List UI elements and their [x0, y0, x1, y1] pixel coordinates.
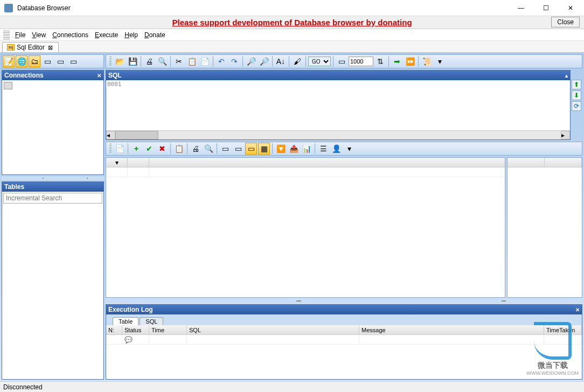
close-window-button[interactable]: ✕ [558, 0, 583, 16]
grid-header: ▾ [106, 158, 505, 167]
delete-row-icon[interactable]: ✖ [156, 143, 168, 155]
view-globe-icon[interactable]: 🌐 [16, 55, 27, 67]
col-status[interactable]: Status [122, 325, 149, 334]
apply-icon[interactable]: ✔ [143, 143, 155, 155]
print-icon[interactable]: 🖨 [143, 55, 155, 67]
execlog-tab-table[interactable]: Table [113, 317, 138, 325]
find-icon[interactable]: 🔎 [245, 55, 257, 67]
page-icon[interactable]: ▭ [336, 55, 347, 67]
col-timetaken[interactable]: TimeTaken [544, 325, 582, 334]
grid-row[interactable] [106, 167, 505, 177]
results-splitter[interactable] [106, 299, 582, 303]
execlog-close-icon[interactable]: ✕ [575, 307, 580, 313]
run-all-icon[interactable]: ⏩ [404, 55, 416, 67]
excel-icon[interactable]: 📊 [301, 143, 312, 155]
menubar: File View Connections Execute Help Donat… [0, 29, 584, 41]
view3-icon[interactable]: ▭ [245, 143, 257, 155]
grid-corner[interactable]: ▾ [106, 158, 128, 167]
sql-side-buttons: ⬆ ⬇ ⟳ [572, 70, 582, 140]
sql-h-scrollbar[interactable]: ◂▸ [106, 130, 570, 139]
side-grid[interactable] [507, 157, 582, 298]
view1-icon[interactable]: ▭ [219, 143, 231, 155]
history-down-icon[interactable]: ⬇ [572, 90, 581, 100]
sort-icon[interactable]: A↓ [275, 55, 287, 67]
sql-textarea[interactable] [106, 80, 570, 130]
tables-search-input[interactable] [3, 193, 102, 204]
tab-sql-editor[interactable]: sq Sql Editor ⊠ [2, 42, 59, 52]
toolbar-grip[interactable] [109, 57, 112, 66]
columns-icon[interactable]: ☰ [317, 143, 329, 155]
limit-input[interactable] [349, 57, 373, 66]
go-dropdown[interactable]: GO [308, 57, 331, 66]
donate-link[interactable]: Please support development of Database b… [172, 18, 412, 27]
undo-icon[interactable]: ↶ [215, 55, 227, 67]
menubar-grip[interactable] [3, 31, 10, 39]
col-message[interactable]: Message [359, 325, 544, 334]
tables-panel: Tables [2, 181, 104, 380]
connections-list[interactable] [2, 80, 103, 174]
print-results-icon[interactable]: 🖨 [190, 143, 201, 155]
view-sql-icon[interactable]: 📝 [3, 55, 15, 67]
minimize-button[interactable]: — [509, 0, 533, 16]
copy-icon[interactable]: 📋 [186, 55, 198, 67]
filter-icon[interactable]: 🔽 [275, 143, 287, 155]
menu-file[interactable]: File [12, 30, 29, 40]
tab-close-icon[interactable]: ⊠ [47, 44, 54, 51]
format-icon[interactable]: 🖌 [291, 55, 303, 67]
log-row[interactable]: 💬 [106, 335, 582, 345]
menu-view[interactable]: View [29, 30, 49, 40]
col-sql[interactable]: SQL [187, 325, 359, 334]
more2-icon[interactable]: ▾ [343, 143, 355, 155]
commit-icon[interactable]: 📄 [114, 143, 126, 155]
history-up-icon[interactable]: ⬆ [572, 80, 581, 89]
sql-line-number: 0001 [106, 80, 126, 88]
menu-help[interactable]: Help [121, 30, 141, 40]
col-time[interactable]: Time [149, 325, 187, 334]
print-preview-icon[interactable]: 🔍 [156, 55, 168, 67]
results-grip[interactable] [109, 144, 112, 153]
view-pane1-icon[interactable]: ▭ [41, 55, 53, 67]
connections-panel: Connections✕ [2, 70, 104, 175]
view-layout-icon[interactable]: 🗂 [29, 55, 40, 67]
view-pane3-icon[interactable]: ▭ [67, 55, 79, 67]
script-icon[interactable]: 📜 [421, 55, 433, 67]
sql-editor[interactable]: 0001 [106, 80, 570, 130]
h-splitter[interactable] [2, 177, 104, 180]
paste-icon[interactable]: 📄 [199, 55, 211, 67]
view4-icon[interactable]: ▦ [258, 143, 270, 155]
menu-connections[interactable]: Connections [49, 30, 92, 40]
cut-icon[interactable]: ✂ [173, 55, 185, 67]
connections-close-icon[interactable]: ✕ [97, 73, 101, 79]
more-icon[interactable]: ▾ [434, 55, 446, 67]
view2-icon[interactable]: ▭ [232, 143, 244, 155]
execlog-title: Execution Log [108, 306, 153, 313]
grid-col[interactable] [128, 158, 149, 167]
copy-rows-icon[interactable]: 📋 [173, 143, 185, 155]
sql-collapse-icon[interactable]: ▴ [565, 73, 568, 79]
limit-toggle-icon[interactable]: ⇅ [374, 55, 386, 67]
results-grid[interactable]: ▾ [106, 157, 505, 298]
run-icon[interactable]: ➡ [391, 55, 403, 67]
open-icon[interactable]: 📂 [114, 55, 126, 67]
execlog-table[interactable]: N: Status Time SQL Message TimeTaken 💬 [106, 325, 582, 379]
user-icon[interactable]: 👤 [330, 143, 342, 155]
connection-item[interactable] [3, 81, 102, 90]
execlog-tab-sql[interactable]: SQL [140, 317, 163, 325]
execution-log-panel: Execution Log✕ Table SQL N: Status Time … [106, 304, 582, 380]
redo-icon[interactable]: ↷ [228, 55, 240, 67]
status-text: Disconnected [3, 383, 43, 391]
maximize-button[interactable]: ☐ [533, 0, 558, 16]
col-n[interactable]: N: [106, 325, 122, 334]
export-icon[interactable]: 📤 [288, 143, 300, 155]
save-icon[interactable]: 💾 [127, 55, 138, 67]
view-pane2-icon[interactable]: ▭ [54, 55, 66, 67]
find-next-icon[interactable]: 🔎 [258, 55, 270, 67]
menu-donate[interactable]: Donate [141, 30, 169, 40]
menu-execute[interactable]: Execute [92, 30, 121, 40]
app-icon [4, 4, 13, 12]
refresh-icon[interactable]: ⟳ [572, 101, 581, 111]
preview-results-icon[interactable]: 🔍 [203, 143, 214, 155]
banner-close-button[interactable]: Close [551, 17, 580, 27]
left-toolbar: 📝 🌐 🗂 ▭ ▭ ▭ [2, 54, 104, 68]
add-row-icon[interactable]: + [130, 143, 142, 155]
